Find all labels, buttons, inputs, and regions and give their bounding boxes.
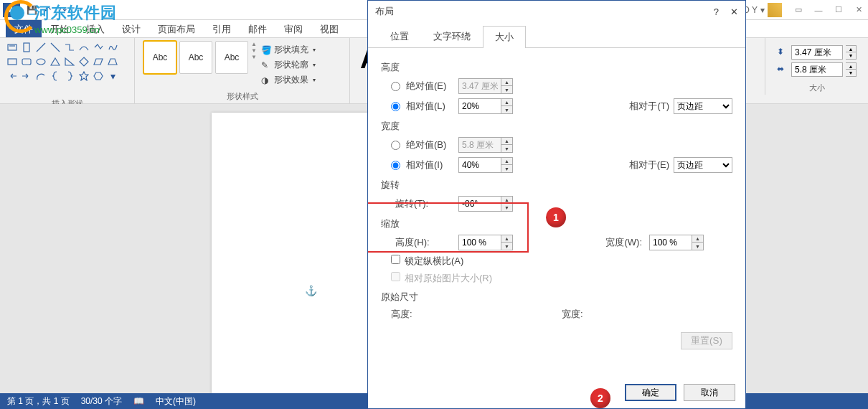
spin-down-icon[interactable]: ▼ (846, 52, 856, 59)
width-relative-input[interactable] (458, 157, 501, 173)
scale-height-input[interactable] (458, 235, 501, 250)
tab-home[interactable]: 开始 (42, 20, 77, 37)
page-count[interactable]: 第 1 页，共 1 页 (7, 395, 70, 408)
shape-brace-l-icon[interactable] (49, 70, 62, 83)
shape-outline-button[interactable]: ✎形状轮廓▾ (261, 59, 316, 71)
minimize-icon[interactable]: — (809, 3, 828, 17)
style-preset-3[interactable]: Abc (215, 41, 248, 74)
close-icon[interactable]: ✕ (849, 3, 868, 17)
ok-button[interactable]: 确定 (625, 384, 676, 401)
height-relative-input[interactable] (458, 98, 501, 114)
shape-parallelogram-icon[interactable] (92, 55, 105, 68)
shape-rect-icon[interactable] (6, 55, 19, 68)
tab-references[interactable]: 引用 (204, 20, 240, 37)
shape-more-icon[interactable]: ▾ (106, 70, 119, 83)
shape-fill-button[interactable]: 🪣形状填充▾ (261, 44, 316, 56)
tab-insert[interactable]: 插入 (77, 20, 113, 37)
ribbon-options-icon[interactable]: ▭ (789, 3, 808, 17)
width-relative-radio[interactable] (391, 161, 400, 170)
section-height: 高度 (381, 61, 732, 74)
paint-bucket-icon: 🪣 (261, 45, 271, 55)
pen-icon: ✎ (261, 60, 271, 70)
tab-review[interactable]: 审阅 (275, 20, 311, 37)
tab-wrap[interactable]: 文字环绕 (421, 25, 483, 47)
shape-styles-gallery[interactable]: Abc Abc Abc (143, 41, 248, 74)
shape-ellipse-icon[interactable] (34, 55, 47, 68)
height-relative-to-select[interactable]: 页边距 (674, 98, 732, 114)
rel-original-row: 相对原始图片大小(R) (391, 272, 732, 285)
group-shape-styles: Abc Abc Abc ▲ ▼ ▼ 🪣形状填充▾ ✎形状轮廓▾ ◑形状效果▾ 形… (135, 38, 350, 103)
group-title-shape-styles: 形状样式 (141, 90, 344, 102)
svg-rect-0 (8, 44, 16, 50)
shape-arrow-l-icon[interactable] (6, 70, 19, 83)
shape-curve-icon[interactable] (77, 41, 90, 54)
tab-view[interactable]: 视图 (311, 20, 347, 37)
shape-hexagon-icon[interactable] (92, 70, 105, 83)
cancel-button[interactable]: 取消 (684, 384, 735, 401)
dialog-help-icon[interactable]: ? (714, 6, 719, 17)
word-count[interactable]: 30/30 个字 (81, 395, 122, 408)
shape-rtriangle-icon[interactable] (63, 55, 76, 68)
shape-line2-icon[interactable] (49, 41, 62, 54)
style-preset-2[interactable]: Abc (179, 41, 212, 74)
width-field: ⬌ ▲▼ (777, 62, 857, 77)
spin-up-icon[interactable]: ▲ (846, 63, 856, 70)
save-icon[interactable]: 💾 (26, 4, 37, 16)
shape-brace-r-icon[interactable] (63, 70, 76, 83)
height-input[interactable] (791, 45, 843, 60)
tab-layout[interactable]: 页面布局 (149, 20, 204, 37)
height-absolute-row: 绝对值(E) ▲▼ (391, 78, 732, 94)
shape-trapezoid-icon[interactable] (106, 55, 119, 68)
gallery-more-icon[interactable]: ▼ (251, 54, 257, 60)
spellcheck-icon[interactable]: 📖 (133, 396, 144, 406)
shape-triangle-icon[interactable] (49, 55, 62, 68)
redo-icon[interactable]: ↷ (57, 4, 69, 16)
shape-star-icon[interactable] (77, 70, 90, 83)
width-absolute-input[interactable] (458, 137, 501, 153)
tab-size[interactable]: 大小 (483, 26, 526, 48)
width-input[interactable] (791, 62, 843, 77)
height-absolute-radio[interactable] (391, 82, 400, 91)
gallery-up-icon[interactable]: ▲ (251, 41, 257, 47)
user-account[interactable]: O Y▾ (743, 3, 782, 17)
height-relative-radio[interactable] (391, 102, 400, 111)
dialog-close-icon[interactable]: ✕ (730, 6, 738, 17)
height-relative-row: 相对值(L) ▲▼ 相对于(T) 页边距 (391, 98, 732, 114)
shape-scribble-icon[interactable] (106, 41, 119, 54)
shape-textbox-icon[interactable] (6, 41, 19, 54)
dialog-footer: 确定 取消 (368, 377, 745, 408)
tab-mailings[interactable]: 邮件 (240, 20, 275, 37)
shape-diamond-icon[interactable] (77, 55, 90, 68)
tab-design[interactable]: 设计 (113, 20, 149, 37)
shape-textbox-v-icon[interactable] (20, 41, 33, 54)
style-preset-1[interactable]: Abc (143, 41, 176, 74)
shape-effects-button[interactable]: ◑形状效果▾ (261, 74, 316, 86)
shape-connector-icon[interactable] (63, 41, 76, 54)
shape-freeform-icon[interactable] (92, 41, 105, 54)
shape-roundrect-icon[interactable] (20, 55, 33, 68)
scale-width-input[interactable] (649, 235, 692, 250)
undo-icon[interactable]: ↶ (42, 4, 53, 16)
height-absolute-input[interactable] (458, 78, 501, 94)
width-icon: ⬌ (777, 64, 788, 75)
maximize-icon[interactable]: ☐ (829, 3, 848, 17)
shape-arrow-r-icon[interactable] (20, 70, 33, 83)
svg-point-7 (37, 59, 45, 65)
dialog-tabs: 位置 文字环绕 大小 (368, 25, 745, 48)
lock-aspect-checkbox[interactable] (391, 255, 400, 264)
rotation-input[interactable] (458, 196, 501, 212)
rel-original-checkbox (391, 272, 400, 281)
spin-up-icon[interactable]: ▲ (846, 46, 856, 52)
width-relative-to-select[interactable]: 页边距 (674, 157, 732, 173)
section-scale: 缩放 (381, 217, 732, 230)
language-status[interactable]: 中文(中国) (156, 395, 196, 408)
tab-file[interactable]: 文件 (6, 20, 42, 37)
width-absolute-radio[interactable] (391, 141, 400, 150)
shape-line-icon[interactable] (34, 41, 47, 54)
svg-rect-5 (8, 59, 16, 65)
tab-position[interactable]: 位置 (378, 25, 421, 47)
shapes-gallery[interactable]: ▾ (6, 41, 119, 97)
spin-down-icon[interactable]: ▼ (846, 70, 856, 76)
gallery-down-icon[interactable]: ▼ (251, 47, 257, 54)
shape-arc-icon[interactable] (34, 70, 47, 83)
